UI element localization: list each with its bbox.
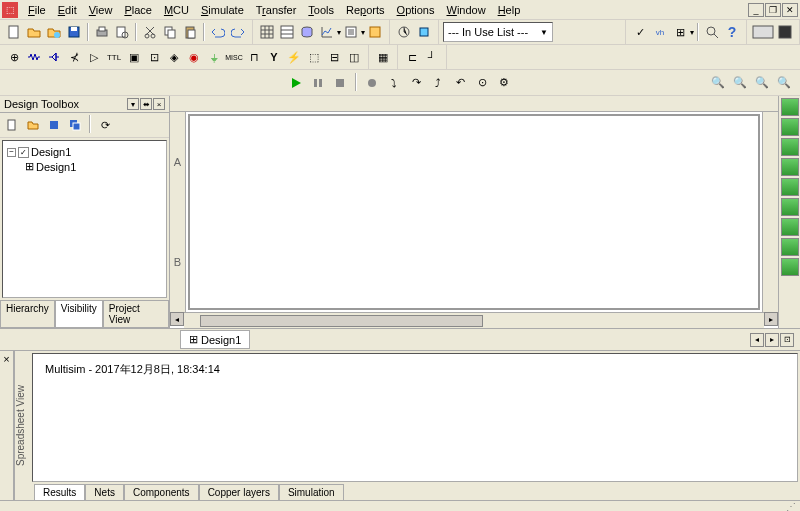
in-use-list-dropdown[interactable]: --- In Use List --- ▼ xyxy=(443,22,553,42)
instrument-3-icon[interactable] xyxy=(781,138,799,156)
tree-collapse-icon[interactable]: − xyxy=(7,148,16,157)
menu-options[interactable]: Options xyxy=(391,2,441,18)
tree-checkbox[interactable]: ✓ xyxy=(18,147,29,158)
electromech-icon[interactable]: ⚡ xyxy=(284,47,304,67)
ttl-icon[interactable]: TTL xyxy=(104,47,124,67)
menu-mcu[interactable]: MCU xyxy=(158,2,195,18)
instrument-9-icon[interactable] xyxy=(781,258,799,276)
step-out-icon[interactable]: ⤴ xyxy=(428,73,448,93)
mixed-icon[interactable]: ◈ xyxy=(164,47,184,67)
menu-view[interactable]: View xyxy=(83,2,119,18)
check-icon[interactable]: ✓ xyxy=(630,22,650,42)
tab-results[interactable]: Results xyxy=(34,484,85,500)
scrollbar-horizontal[interactable] xyxy=(184,312,764,328)
stop-icon[interactable] xyxy=(330,73,350,93)
instrument-1-icon[interactable] xyxy=(781,98,799,116)
step-over-icon[interactable]: ↷ xyxy=(406,73,426,93)
close-button[interactable]: ✕ xyxy=(782,3,798,17)
menu-edit[interactable]: Edit xyxy=(52,2,83,18)
pause-icon[interactable] xyxy=(308,73,328,93)
menu-tools[interactable]: Tools xyxy=(302,2,340,18)
tab-hierarchy[interactable]: Hierarchy xyxy=(0,301,55,328)
tab-visibility[interactable]: Visibility xyxy=(55,301,103,328)
instrument-4-icon[interactable] xyxy=(781,158,799,176)
copy-icon[interactable] xyxy=(160,22,180,42)
multimeter-icon[interactable] xyxy=(751,22,775,42)
minimize-button[interactable]: _ xyxy=(748,3,764,17)
save-all-icon[interactable] xyxy=(65,115,85,135)
junction-icon[interactable]: ┘ xyxy=(422,47,442,67)
hierarchy-block-icon[interactable]: ▦ xyxy=(373,47,393,67)
tab-copper-layers[interactable]: Copper layers xyxy=(199,484,279,500)
panel-pin-icon[interactable]: ▾ xyxy=(127,98,139,110)
mcu-icon[interactable]: ◫ xyxy=(344,47,364,67)
new-icon[interactable] xyxy=(4,22,24,42)
restore-button[interactable]: ❐ xyxy=(765,3,781,17)
design-tree[interactable]: − ✓ Design1 ⊞ Design1 xyxy=(2,140,167,298)
source-icon[interactable]: ⊕ xyxy=(4,47,24,67)
menu-simulate[interactable]: Simulate xyxy=(195,2,250,18)
tree-child[interactable]: ⊞ Design1 xyxy=(25,159,162,174)
open-sample-icon[interactable] xyxy=(44,22,64,42)
menu-place[interactable]: Place xyxy=(118,2,158,18)
paste-icon[interactable] xyxy=(180,22,200,42)
power-icon[interactable]: ⏚ xyxy=(204,47,224,67)
zoom-out-icon[interactable]: 🔍 xyxy=(730,73,750,93)
zoom-fit-icon[interactable]: 🔍 xyxy=(774,73,794,93)
rf-icon[interactable]: Y xyxy=(264,47,284,67)
instrument-2-icon[interactable] xyxy=(781,118,799,136)
find-icon[interactable] xyxy=(702,22,722,42)
menu-file[interactable]: FFileile xyxy=(22,2,52,18)
resistor-icon[interactable] xyxy=(24,47,44,67)
print-icon[interactable] xyxy=(92,22,112,42)
instrument-6-icon[interactable] xyxy=(781,198,799,216)
print-preview-icon[interactable] xyxy=(112,22,132,42)
run-icon[interactable] xyxy=(286,73,306,93)
menu-reports[interactable]: Reports xyxy=(340,2,391,18)
diode-icon[interactable] xyxy=(44,47,64,67)
tree-root[interactable]: − ✓ Design1 xyxy=(7,145,162,159)
tab-next-icon[interactable]: ▸ xyxy=(765,333,779,347)
graph-icon[interactable] xyxy=(317,22,337,42)
step-into-icon[interactable]: ⤵ xyxy=(384,73,404,93)
part-wizard-icon[interactable] xyxy=(414,22,434,42)
spreadsheet-icon[interactable] xyxy=(277,22,297,42)
help-icon[interactable]: ? xyxy=(722,22,742,42)
open-design-icon[interactable] xyxy=(23,115,43,135)
tab-simulation[interactable]: Simulation xyxy=(279,484,344,500)
vhdl-icon[interactable]: vh xyxy=(650,22,670,42)
toggle-breakpoint-icon[interactable]: ⊙ xyxy=(472,73,492,93)
menu-transfer[interactable]: Transfer xyxy=(250,2,303,18)
indicator-icon[interactable]: ◉ xyxy=(184,47,204,67)
misc-digital-icon[interactable]: ⊡ xyxy=(144,47,164,67)
save-design-icon[interactable] xyxy=(44,115,64,135)
redo-icon[interactable] xyxy=(228,22,248,42)
tab-nets[interactable]: Nets xyxy=(85,484,124,500)
undo-icon[interactable] xyxy=(208,22,228,42)
panel-unpin-icon[interactable]: ⬌ xyxy=(140,98,152,110)
component-list-icon[interactable] xyxy=(341,22,361,42)
database-icon[interactable] xyxy=(297,22,317,42)
menu-help[interactable]: Help xyxy=(492,2,527,18)
misc-icon[interactable]: MISC xyxy=(224,47,244,67)
instrument-5-icon[interactable] xyxy=(781,178,799,196)
scroll-left-icon[interactable]: ◂ xyxy=(170,312,184,326)
simulate-icon[interactable] xyxy=(394,22,414,42)
record-icon[interactable] xyxy=(362,73,382,93)
toggle-grid-icon[interactable] xyxy=(257,22,277,42)
tab-components[interactable]: Components xyxy=(124,484,199,500)
scope-icon[interactable] xyxy=(775,22,795,42)
transistor-icon[interactable]: ⊀ xyxy=(64,47,84,67)
analog-icon[interactable]: ▷ xyxy=(84,47,104,67)
new-design-icon[interactable] xyxy=(2,115,22,135)
spreadsheet-close-icon[interactable]: × xyxy=(0,351,14,500)
tab-project-view[interactable]: Project View xyxy=(103,301,169,328)
tab-prev-icon[interactable]: ◂ xyxy=(750,333,764,347)
open-icon[interactable] xyxy=(24,22,44,42)
tab-menu-icon[interactable]: ⊡ xyxy=(780,333,794,347)
doc-tab-design1[interactable]: ⊞ Design1 xyxy=(180,330,250,349)
scrollbar-vertical[interactable] xyxy=(762,112,778,312)
settings-icon[interactable]: ⚙ xyxy=(494,73,514,93)
menu-window[interactable]: Window xyxy=(440,2,491,18)
cmos-icon[interactable]: ▣ xyxy=(124,47,144,67)
